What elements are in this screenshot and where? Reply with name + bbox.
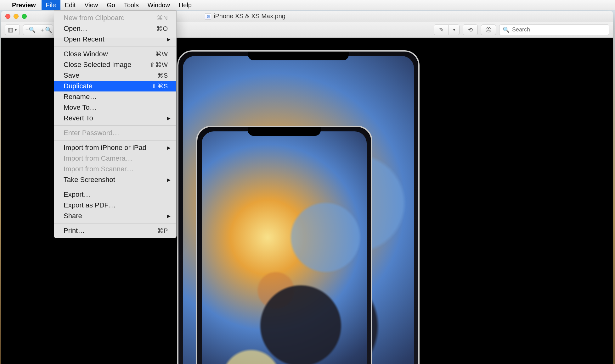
menu-item-label: Open Recent <box>64 35 104 43</box>
menu-item-move-to[interactable]: Move To… <box>54 102 176 113</box>
fullscreen-window-button[interactable] <box>22 14 27 19</box>
menu-item-import-from-iphone-or-ipad[interactable]: Import from iPhone or iPad <box>54 142 176 153</box>
menu-go[interactable]: Go <box>102 0 120 10</box>
menu-item-print[interactable]: Print…⌘P <box>54 225 176 236</box>
menu-item-revert-to[interactable]: Revert To <box>54 113 176 124</box>
menu-item-duplicate[interactable]: Duplicate⇧⌘S <box>54 81 176 91</box>
menu-item-shortcut: ⌘S <box>157 72 168 79</box>
menu-item-open-recent[interactable]: Open Recent <box>54 34 176 45</box>
markup-icon: Ⓐ <box>486 26 491 34</box>
menu-item-label: Print… <box>64 227 85 235</box>
menu-item-label: Close Selected Image <box>64 61 131 69</box>
menu-item-close-window[interactable]: Close Window⌘W <box>54 49 176 59</box>
rotate-button[interactable]: ⟲ <box>463 25 478 35</box>
sidebar-icon: ▥ <box>8 26 13 33</box>
menu-item-save[interactable]: Save⌘S <box>54 70 176 81</box>
menu-item-shortcut: ⇧⌘W <box>150 61 168 69</box>
menu-item-take-screenshot[interactable]: Take Screenshot <box>54 174 176 185</box>
sidebar-view-button[interactable]: ▥ ▾ <box>5 25 20 35</box>
menu-item-shortcut: ⌘W <box>155 50 168 58</box>
rotate-icon: ⟲ <box>468 26 473 33</box>
close-window-button[interactable] <box>5 14 10 19</box>
chevron-down-icon: ▾ <box>453 28 455 32</box>
menu-item-label: Revert To <box>64 114 93 122</box>
menu-item-label: Enter Password… <box>64 129 119 137</box>
menu-item-label: Move To… <box>64 103 97 112</box>
menu-item-label: Import from Camera… <box>64 154 133 163</box>
menu-item-label: Share <box>64 212 82 220</box>
highlighter-icon: ✎ <box>439 26 444 33</box>
markup-buttons: ✎ ▾ <box>434 25 460 35</box>
menu-item-label: Export as PDF… <box>64 201 116 209</box>
menu-tools[interactable]: Tools <box>120 0 143 10</box>
menu-item-enter-password: Enter Password… <box>54 128 176 138</box>
zoom-in-button[interactable]: ＋🔍 <box>38 25 53 35</box>
chevron-down-icon: ▾ <box>15 28 17 32</box>
menu-item-export[interactable]: Export… <box>54 189 176 200</box>
menu-item-label: New from Clipboard <box>64 14 125 22</box>
file-menu-dropdown: New from Clipboard⌘NOpen…⌘OOpen RecentCl… <box>54 10 177 238</box>
menu-item-label: Duplicate <box>64 82 93 90</box>
window-title: iPhone XS & XS Max.png <box>214 13 285 20</box>
search-input[interactable] <box>512 26 606 33</box>
search-field[interactable]: 🔍 <box>499 25 609 35</box>
menu-item-label: Take Screenshot <box>64 176 115 184</box>
traffic-lights <box>5 14 27 19</box>
menu-window[interactable]: Window <box>143 0 174 10</box>
highlight-menu-button[interactable]: ▾ <box>449 25 460 35</box>
highlight-button[interactable]: ✎ <box>434 25 449 35</box>
menu-item-import-from-camera: Import from Camera… <box>54 153 176 164</box>
menu-item-import-from-scanner: Import from Scanner… <box>54 164 176 174</box>
menu-item-label: Close Window <box>64 50 108 58</box>
zoom-out-icon: −🔍 <box>25 26 36 33</box>
menu-item-label: Save <box>64 71 79 80</box>
menu-item-label: Export… <box>64 190 91 199</box>
zoom-in-icon: ＋🔍 <box>39 26 52 34</box>
menu-item-shortcut: ⌘O <box>156 25 168 32</box>
menu-item-share[interactable]: Share <box>54 211 176 221</box>
menu-item-shortcut: ⌘N <box>157 14 168 22</box>
menu-item-label: Rename… <box>64 93 97 101</box>
menu-item-label: Import from Scanner… <box>64 165 134 173</box>
menu-file[interactable]: File <box>42 0 60 10</box>
minimize-window-button[interactable] <box>14 14 19 19</box>
menu-item-export-as-pdf[interactable]: Export as PDF… <box>54 200 176 211</box>
menubar: Preview File Edit View Go Tools Window H… <box>0 0 615 10</box>
menubar-app-name[interactable]: Preview <box>12 2 36 9</box>
menu-edit[interactable]: Edit <box>60 0 80 10</box>
menu-item-shortcut: ⇧⌘S <box>151 82 168 90</box>
menu-item-label: Open… <box>64 25 87 33</box>
search-icon: 🔍 <box>503 26 510 33</box>
menu-view[interactable]: View <box>80 0 102 10</box>
menu-item-rename[interactable]: Rename… <box>54 91 176 102</box>
menu-item-shortcut: ⌘P <box>157 227 168 234</box>
markup-toolbar-button[interactable]: Ⓐ <box>481 25 496 35</box>
menu-item-new-from-clipboard: New from Clipboard⌘N <box>54 13 176 23</box>
iphone-xs-illustration <box>196 126 372 364</box>
menu-item-open[interactable]: Open…⌘O <box>54 23 176 34</box>
zoom-out-button[interactable]: −🔍 <box>23 25 38 35</box>
menu-item-label: Import from iPhone or iPad <box>64 144 146 152</box>
zoom-buttons: −🔍 ＋🔍 <box>23 25 53 35</box>
menu-help[interactable]: Help <box>174 0 196 10</box>
file-proxy-icon[interactable]: ▧ <box>205 13 211 19</box>
menu-item-close-selected-image[interactable]: Close Selected Image⇧⌘W <box>54 59 176 70</box>
